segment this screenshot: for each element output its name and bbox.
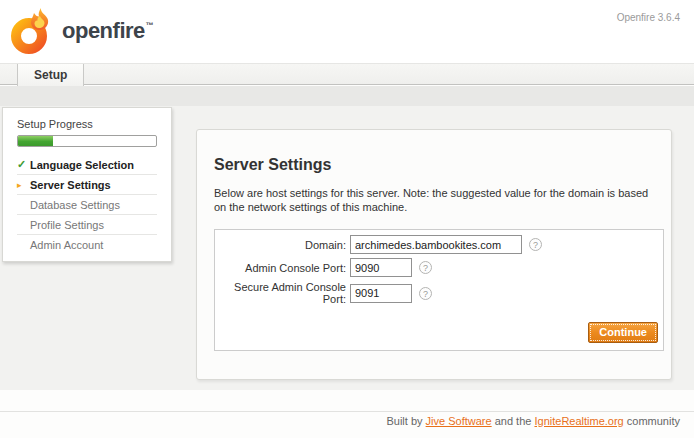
trademark-symbol: ™ xyxy=(146,21,154,30)
step-language-selection: ✓ Language Selection xyxy=(17,155,157,175)
form-row-domain: Domain: ? xyxy=(215,235,663,254)
tab-setup[interactable]: Setup xyxy=(17,64,84,86)
content-area: Setup Progress ✓ Language Selection ▸ Se… xyxy=(0,106,694,390)
footer-credits: Built by Jive Software and the IgniteRea… xyxy=(386,415,680,427)
domain-label: Domain: xyxy=(215,239,350,251)
continue-button[interactable]: Continue xyxy=(588,322,658,343)
setup-progress-title: Setup Progress xyxy=(17,118,157,130)
version-label: Openfire 3.6.4 xyxy=(617,12,680,23)
step-label: Server Settings xyxy=(30,179,111,191)
igniterealtime-link[interactable]: IgniteRealtime.org xyxy=(534,415,623,427)
step-server-settings: ▸ Server Settings xyxy=(17,175,157,195)
tab-bar: Setup xyxy=(0,63,694,85)
help-icon[interactable]: ? xyxy=(529,238,542,251)
setup-progress-panel: Setup Progress ✓ Language Selection ▸ Se… xyxy=(2,107,172,262)
step-profile-settings: Profile Settings xyxy=(17,215,157,235)
header: openfire™ Openfire 3.6.4 xyxy=(0,0,694,63)
jive-software-link[interactable]: Jive Software xyxy=(426,415,492,427)
form-row-secure-port: Secure Admin Console Port: ? xyxy=(215,281,663,305)
openfire-logo: openfire™ xyxy=(8,7,153,55)
admin-port-label: Admin Console Port: xyxy=(215,262,350,274)
footer-divider xyxy=(0,411,694,412)
admin-port-input[interactable] xyxy=(350,258,412,277)
step-admin-account: Admin Account xyxy=(17,235,157,255)
step-label: Profile Settings xyxy=(30,219,104,231)
server-settings-form: Domain: ? Admin Console Port: ? Secure A… xyxy=(214,229,664,351)
arrow-right-icon: ▸ xyxy=(17,180,30,190)
secure-port-label: Secure Admin Console Port: xyxy=(215,281,350,305)
domain-input[interactable] xyxy=(350,235,522,254)
openfire-setup-window: openfire™ Openfire 3.6.4 Setup Setup Pro… xyxy=(0,0,694,438)
progress-bar-fill xyxy=(18,136,53,146)
step-label: Admin Account xyxy=(30,239,103,251)
step-database-settings: Database Settings xyxy=(17,195,157,215)
logo-wordmark: openfire™ xyxy=(62,18,153,44)
footer: Built by Jive Software and the IgniteRea… xyxy=(0,390,694,438)
help-icon[interactable]: ? xyxy=(419,287,432,300)
step-label: Language Selection xyxy=(30,159,134,171)
form-row-admin-port: Admin Console Port: ? xyxy=(215,258,663,277)
flame-icon xyxy=(8,7,56,55)
check-icon: ✓ xyxy=(17,158,30,171)
secure-port-input[interactable] xyxy=(350,284,412,303)
page-description: Below are host settings for this server.… xyxy=(214,186,658,214)
setup-steps-list: ✓ Language Selection ▸ Server Settings D… xyxy=(17,155,157,255)
page-title: Server Settings xyxy=(214,156,671,174)
progress-bar xyxy=(17,135,157,147)
subnav-band xyxy=(0,86,694,106)
server-settings-panel: Server Settings Below are host settings … xyxy=(196,129,672,380)
help-icon[interactable]: ? xyxy=(419,261,432,274)
footer-text: Built by xyxy=(386,415,425,427)
step-label: Database Settings xyxy=(30,199,120,211)
footer-text: and the xyxy=(492,415,535,427)
footer-text: community xyxy=(624,415,680,427)
